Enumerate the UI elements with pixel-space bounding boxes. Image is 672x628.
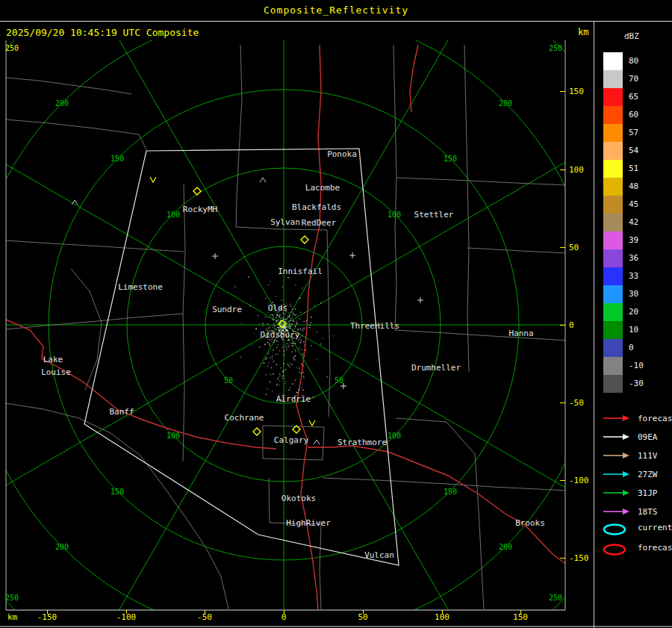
colorbar-swatch — [603, 196, 623, 214]
track-id-label: 111V — [638, 448, 658, 464]
highway-line — [410, 45, 418, 112]
colorbar-value-label: -30 — [629, 375, 644, 393]
colorbar-value-label: 57 — [629, 124, 638, 142]
storm-shape-label: current — [638, 520, 672, 536]
chevron-marker-icon — [150, 177, 156, 182]
azimuth-line — [75, 0, 284, 325]
county-boundary-line — [395, 330, 567, 341]
county-boundary-line — [269, 478, 321, 609]
colorbar-value-label: 33 — [629, 267, 638, 285]
track-id-label: 31JP — [638, 485, 658, 502]
colorbar-value-label: 20 — [629, 303, 638, 321]
county-boundary-line — [71, 269, 102, 390]
azimuth-line — [284, 325, 646, 534]
colorbar-swatch — [603, 249, 623, 267]
colorbar-swatch — [603, 160, 623, 178]
colorbar-swatch — [603, 321, 623, 339]
track-arrow-icon — [602, 432, 632, 441]
colorbar-swatch — [603, 70, 623, 88]
highway-line — [296, 45, 321, 609]
colorbar-value-label: 0 — [629, 339, 634, 357]
county-boundary-line — [464, 45, 467, 178]
track-id-label: 27ZW — [638, 467, 658, 483]
county-boundary-line — [393, 45, 396, 330]
radar-site-diamond-icon — [301, 236, 308, 243]
colorbar-swatch — [603, 357, 623, 375]
storm-ellipse-icon — [602, 543, 632, 556]
unit-label-bottom-left: km — [7, 612, 17, 622]
county-boundary-line — [183, 184, 185, 461]
radar-coverage-outline — [84, 149, 399, 565]
track-id-label: forecast — [638, 411, 672, 427]
county-boundary-line — [6, 314, 183, 329]
azimuth-line — [0, 116, 284, 325]
colorbar-swatch — [603, 52, 623, 70]
colorbar-value-label: 10 — [629, 321, 638, 339]
highway-line — [308, 446, 567, 565]
colorbar-swatch — [603, 214, 623, 231]
county-boundary-line — [6, 403, 228, 609]
colorbar-swatch — [603, 303, 623, 321]
track-arrow-icon — [602, 470, 632, 479]
chevron-marker-icon — [309, 420, 315, 426]
colorbar-swatch — [603, 375, 623, 393]
colorbar-value-label: 65 — [629, 88, 638, 106]
colorbar-swatch — [603, 178, 623, 196]
colorbar-value-label: 80 — [629, 52, 638, 70]
county-boundary-line — [327, 230, 330, 417]
range-ring-250km — [0, 0, 672, 628]
county-boundary-line — [236, 227, 327, 230]
county-boundary-line — [467, 178, 469, 372]
caret-marker-icon — [260, 178, 266, 182]
radar-map-canvas — [0, 0, 672, 628]
azimuth-line — [284, 116, 646, 325]
track-id-label: 18TS — [638, 504, 658, 520]
colorbar-value-label: 51 — [629, 160, 638, 178]
track-id-label: 09EA — [638, 429, 658, 446]
colorbar-swatch — [603, 124, 623, 142]
colorbar-value-label: 42 — [629, 214, 638, 231]
colorbar-value-label: 48 — [629, 178, 638, 196]
colorbar-value-label: 54 — [629, 142, 638, 160]
range-ring-200km — [0, 11, 597, 628]
colorbar-value-label: 36 — [629, 249, 638, 267]
colorbar-swatch — [603, 106, 623, 124]
caret-marker-icon — [314, 440, 320, 444]
storm-shape-label: forecast — [638, 540, 672, 556]
track-arrow-icon — [602, 414, 632, 423]
county-boundary-line — [467, 248, 567, 253]
colorbar-swatch — [603, 285, 623, 303]
storm-ellipse-icon — [602, 523, 632, 536]
colorbar-value-label: 60 — [629, 106, 638, 124]
radar-echo-speckle — [234, 276, 334, 400]
highway-line — [6, 320, 276, 449]
track-arrow-icon — [602, 451, 632, 460]
colorbar-value-label: 39 — [629, 231, 638, 249]
colorbar-value-label: -10 — [629, 357, 644, 375]
county-boundary-line — [6, 78, 131, 94]
azimuth-line — [284, 0, 493, 325]
azimuth-line — [75, 325, 284, 628]
colorbar-value-label: 45 — [629, 196, 638, 214]
colorbar-swatch — [603, 339, 623, 357]
colorbar-swatch — [603, 142, 623, 160]
colorbar-title: dBZ — [624, 31, 639, 41]
radar-site-diamond-icon — [253, 428, 261, 435]
county-boundary-line — [236, 45, 242, 227]
radar-app-window: Composite_Reflectivity 2025/09/20 10:45:… — [0, 0, 672, 628]
map-frame-lines — [0, 40, 672, 627]
track-arrow-icon — [602, 488, 632, 497]
colorbar-swatch — [603, 267, 623, 285]
map-layers — [0, 0, 672, 628]
colorbar-value-label: 30 — [629, 285, 638, 303]
county-boundary-line — [396, 178, 567, 185]
side-panel: dBZ 807065605754514845423936333020100-10… — [594, 21, 672, 628]
county-boundary-line — [6, 240, 184, 252]
track-arrow-icon — [602, 507, 632, 516]
colorbar-swatch — [603, 88, 623, 106]
county-boundary-line — [396, 418, 484, 609]
county-boundary-line — [323, 478, 567, 491]
colorbar-swatch — [603, 231, 623, 249]
colorbar-value-label: 70 — [629, 70, 638, 88]
